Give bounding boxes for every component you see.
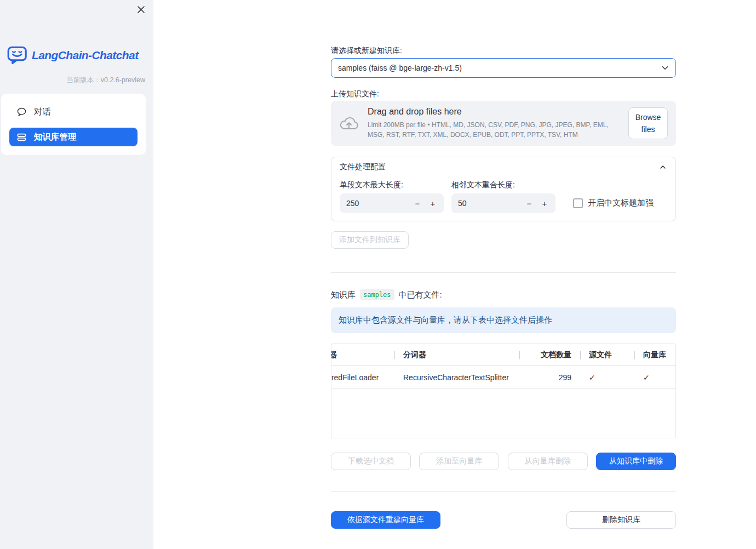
- app-title: LangChain-Chatchat: [32, 49, 139, 62]
- kb-files-prefix: 知识库: [331, 290, 356, 300]
- chevron-up-icon: [658, 163, 667, 171]
- table-header-row: 文档加载器 分词器 文档数量 源文件 向量库: [331, 344, 676, 366]
- overlap-size-stepper: − +: [451, 193, 555, 213]
- dropzone-texts: Drag and drop files here Limit 200MB per…: [368, 107, 620, 140]
- browse-files-button[interactable]: Browse files: [628, 107, 668, 140]
- table-header-loader: 文档加载器: [331, 350, 394, 360]
- table-header-doc-count: 文档数量: [519, 350, 580, 360]
- table-cell-loader: UnstructuredFileLoader: [331, 373, 394, 382]
- info-banner: 知识库中包含源文件与向量库，请从下表中选择文件后操作: [331, 307, 676, 333]
- dropzone-title: Drag and drop files here: [368, 107, 616, 117]
- chunk-size-input[interactable]: [346, 199, 410, 208]
- file-actions-row: 下载选中文档 添加至向量库 从向量库删除 从知识库中删除: [331, 453, 676, 470]
- table-cell-splitter: RecursiveCharacterTextSplitter: [394, 373, 519, 382]
- divider: [331, 491, 676, 492]
- chat-smiley-logo-icon: [7, 46, 27, 64]
- close-icon: [137, 5, 145, 14]
- kb-files-table[interactable]: 文档加载器 分词器 文档数量 源文件 向量库 UnstructuredFileL…: [331, 344, 676, 438]
- chunk-size-group: 单段文本最大长度: − +: [340, 179, 444, 213]
- collection-icon: [16, 132, 27, 142]
- file-config-body: 单段文本最大长度: − + 相邻文本重合长度: − + 开启中文标题加强: [331, 177, 675, 221]
- kb-select-label: 请选择或新建知识库:: [331, 45, 676, 56]
- dropzone-limit-text: Limit 200MB per file • HTML, MD, JSON, C…: [368, 121, 616, 140]
- sidebar: LangChain-Chatchat 当前版本：v0.2.6-preview 对…: [0, 0, 153, 549]
- chunk-size-stepper: − +: [340, 193, 444, 213]
- kb-select-dropdown[interactable]: samples (faiss @ bge-large-zh-v1.5): [331, 58, 676, 78]
- zh-title-enhance-group: 开启中文标题加强: [573, 198, 654, 208]
- add-to-vector-store-button[interactable]: 添加至向量库: [419, 453, 499, 470]
- upload-label: 上传知识文件:: [331, 88, 676, 99]
- delete-from-vector-store-button[interactable]: 从向量库删除: [508, 453, 588, 470]
- chat-bubble-icon: [16, 107, 27, 117]
- overlap-size-decrement-button[interactable]: −: [522, 199, 537, 208]
- version-label: 当前版本：: [66, 76, 101, 84]
- sidebar-menu: 对话 知识库管理: [1, 94, 146, 155]
- main-content: 请选择或新建知识库: samples (faiss @ bge-large-zh…: [331, 0, 676, 529]
- table-header-splitter: 分词器: [394, 350, 519, 360]
- file-config-expander-header[interactable]: 文件处理配置: [331, 157, 675, 177]
- info-banner-text: 知识库中包含源文件与向量库，请从下表中选择文件后操作: [339, 315, 552, 325]
- table-row[interactable]: UnstructuredFileLoader RecursiveCharacte…: [331, 366, 676, 389]
- overlap-size-input[interactable]: [458, 199, 522, 208]
- sidebar-item-label: 知识库管理: [34, 131, 77, 143]
- sidebar-close-button[interactable]: [135, 4, 146, 15]
- sidebar-item-dialogue[interactable]: 对话: [9, 102, 138, 121]
- chunk-size-decrement-button[interactable]: −: [410, 199, 425, 208]
- rebuild-vector-store-button[interactable]: 依据源文件重建向量库: [331, 511, 440, 529]
- overlap-size-label: 相邻文本重合长度:: [451, 179, 555, 190]
- app-logo: LangChain-Chatchat: [7, 46, 147, 64]
- kb-select-value: samples (faiss @ bge-large-zh-v1.5): [338, 64, 660, 72]
- table-cell-source-file: ✓: [580, 373, 634, 382]
- zh-title-enhance-label: 开启中文标题加强: [588, 198, 654, 208]
- kb-files-suffix: 中已有文件:: [399, 290, 442, 300]
- zh-title-enhance-checkbox[interactable]: [573, 198, 583, 208]
- cloud-upload-icon: [339, 115, 359, 131]
- overlap-size-group: 相邻文本重合长度: − +: [451, 179, 555, 213]
- kb-files-heading: 知识库 samples 中已有文件:: [331, 289, 676, 300]
- kb-name-code: samples: [360, 289, 394, 300]
- divider: [331, 272, 676, 273]
- expander-title: 文件处理配置: [340, 162, 386, 172]
- kb-management-row: 依据源文件重建向量库 删除知识库: [331, 511, 676, 529]
- table-header-source-file: 源文件: [580, 350, 634, 360]
- sidebar-item-label: 对话: [34, 106, 51, 118]
- chevron-down-icon: [660, 63, 670, 73]
- file-dropzone[interactable]: Drag and drop files here Limit 200MB per…: [331, 101, 676, 146]
- download-selected-button[interactable]: 下载选中文档: [331, 453, 411, 470]
- table-cell-vector-store: ✓: [634, 373, 676, 382]
- chunk-size-label: 单段文本最大长度:: [340, 179, 444, 190]
- sidebar-item-knowledge-base[interactable]: 知识库管理: [9, 128, 138, 146]
- kb-files-table-inner: 文档加载器 分词器 文档数量 源文件 向量库 UnstructuredFileL…: [331, 344, 676, 389]
- add-files-to-kb-button[interactable]: 添加文件到知识库: [331, 231, 409, 249]
- overlap-size-increment-button[interactable]: +: [537, 199, 552, 208]
- chunk-size-increment-button[interactable]: +: [425, 199, 440, 208]
- table-cell-doc-count: 299: [519, 373, 580, 382]
- delete-kb-button[interactable]: 删除知识库: [566, 511, 676, 529]
- version-value: v0.2.6-preview: [101, 76, 145, 84]
- file-config-expander: 文件处理配置 单段文本最大长度: − + 相邻文本重合长度: − +: [331, 157, 676, 221]
- version-info: 当前版本：v0.2.6-preview: [0, 76, 145, 85]
- delete-from-kb-button[interactable]: 从知识库中删除: [596, 453, 676, 470]
- table-header-vector-store: 向量库: [634, 350, 676, 360]
